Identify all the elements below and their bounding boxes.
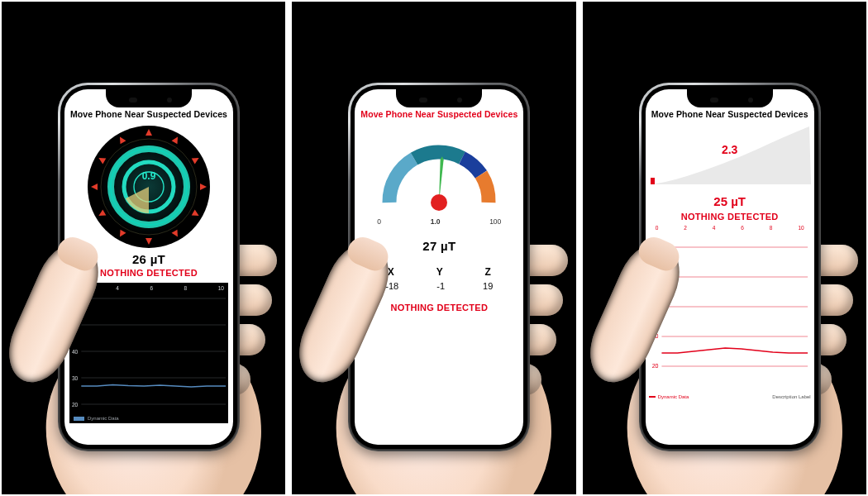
phone-notch	[687, 89, 773, 107]
dial-value: 2.3	[722, 143, 737, 156]
detection-status: NOTHING DETECTED	[355, 303, 523, 312]
panel-2: Move Phone Near Suspected Devices	[290, 0, 577, 496]
panel-3: Move Phone Near Suspected Devices 2.3 25…	[581, 0, 868, 496]
x-tick: 4	[116, 285, 119, 291]
y-tick: 20	[72, 401, 78, 407]
gauge-tick: 0	[377, 217, 381, 226]
x-tick: 6	[150, 285, 153, 291]
screenshot-triptych: Move Phone Near Suspected Devices	[0, 0, 868, 496]
instruction-text: Move Phone Near Suspected Devices	[64, 109, 233, 120]
y-tick: 20	[652, 363, 659, 369]
x-tick: 8	[184, 285, 188, 291]
semicircle-gauge	[373, 126, 505, 217]
fan-dial: 2.3	[649, 125, 811, 191]
legend-right-label: Description Label	[772, 394, 810, 399]
gauge-scale: 0 1.0 100	[377, 217, 501, 226]
legend-swatch-icon	[74, 417, 84, 421]
x-tick: 10	[218, 285, 224, 291]
chart-legend: Dynamic Data Description Label	[646, 393, 814, 399]
y-tick: 30	[72, 374, 78, 380]
legend-swatch-icon	[649, 396, 656, 398]
gauge-value: 1.0	[431, 217, 441, 226]
radar-value: 0.9	[142, 170, 156, 182]
svg-point-11	[431, 194, 447, 211]
gauge-tick: 100	[489, 217, 501, 226]
magnetic-reading: 25 µT	[646, 194, 814, 208]
line-chart-dark: 60 50 40 30 20 2 4 6 8 10 Dynamic Data	[69, 283, 228, 423]
instruction-text: Move Phone Near Suspected Devices	[355, 109, 523, 120]
chart-legend: Dynamic Data	[74, 416, 119, 421]
svg-rect-12	[651, 178, 655, 184]
y-tick: 40	[72, 348, 78, 354]
panel-1: Move Phone Near Suspected Devices	[0, 0, 287, 496]
detection-status: NOTHING DETECTED	[646, 212, 814, 222]
instruction-text: Move Phone Near Suspected Devices	[646, 109, 814, 120]
phone-notch	[106, 89, 192, 107]
radar-dial: 0.9	[87, 125, 211, 249]
phone-notch	[396, 89, 482, 107]
chart-x-axis: 0246810	[652, 225, 808, 231]
